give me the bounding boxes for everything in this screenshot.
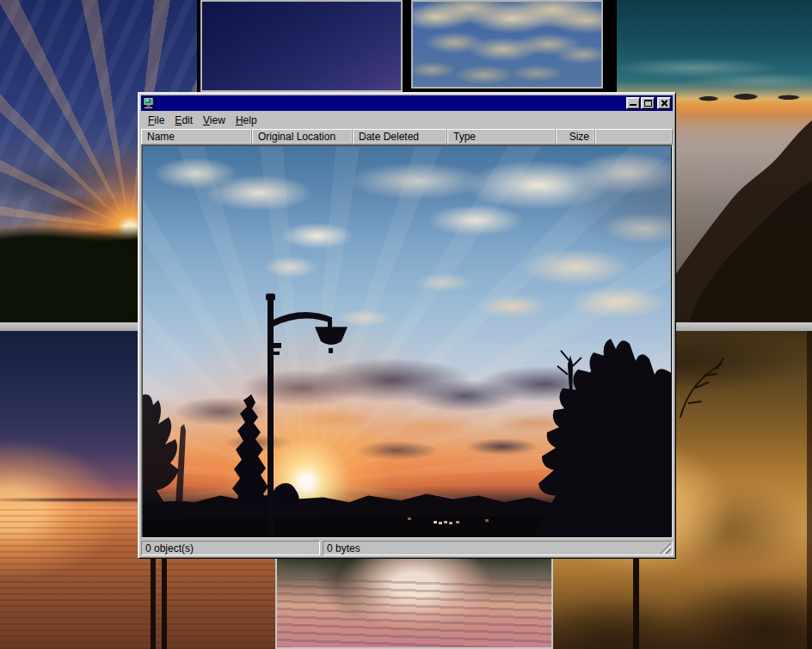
cloud-field <box>413 2 601 87</box>
column-header-type[interactable]: Type <box>447 129 556 144</box>
wallpaper-photo-altocumulus-sky <box>411 0 603 89</box>
column-header-blank[interactable] <box>595 129 673 144</box>
pier-pole <box>162 553 167 649</box>
resize-grip[interactable] <box>660 542 671 554</box>
file-list-area[interactable] <box>141 144 673 538</box>
minimize-icon <box>630 104 637 106</box>
night-sky <box>202 2 401 90</box>
column-header-name[interactable]: Name <box>141 129 252 144</box>
town-lights <box>434 521 437 523</box>
column-header-original-location[interactable]: Original Location <box>252 129 353 144</box>
photo-silhouettes <box>143 146 671 536</box>
lamp-pole-silhouette <box>633 550 639 649</box>
maximize-icon <box>644 100 652 107</box>
minimize-button[interactable] <box>626 97 640 109</box>
close-button[interactable] <box>657 97 671 109</box>
wallpaper-photo-plant-silhouette <box>200 0 403 92</box>
column-header-size[interactable]: Size <box>556 129 595 144</box>
computer-icon[interactable] <box>143 97 156 109</box>
menu-bar: File Edit View Help <box>141 112 673 129</box>
titlebar[interactable] <box>141 95 673 111</box>
status-object-count: 0 object(s) <box>141 541 320 555</box>
sunset-lamp-photo <box>143 146 671 536</box>
desktop: File Edit View Help Name Original Locati… <box>0 0 812 649</box>
status-bar: 0 object(s) 0 bytes <box>141 541 673 555</box>
maximize-button[interactable] <box>641 97 655 109</box>
menu-help[interactable]: Help <box>231 113 262 128</box>
menu-view[interactable]: View <box>198 113 231 128</box>
pier-pole <box>151 548 156 649</box>
status-size: 0 bytes <box>323 541 673 555</box>
recycle-bin-window[interactable]: File Edit View Help Name Original Locati… <box>138 92 676 559</box>
menu-file[interactable]: File <box>143 113 169 128</box>
photo-edge-shadow <box>807 331 812 649</box>
window-title[interactable] <box>158 95 626 111</box>
column-header-row: Name Original Location Date Deleted Type… <box>141 129 673 144</box>
water-ripples <box>277 579 551 647</box>
column-header-date-deleted[interactable]: Date Deleted <box>353 129 447 144</box>
menu-edit[interactable]: Edit <box>169 113 198 128</box>
